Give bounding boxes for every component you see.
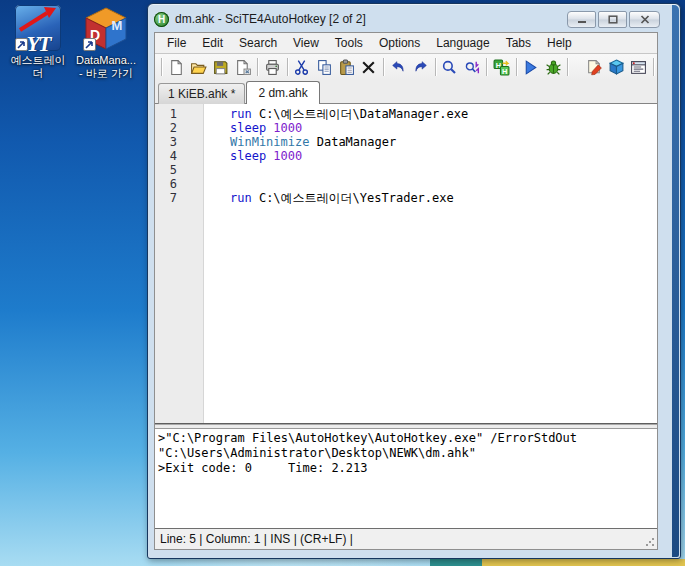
code-editor[interactable]: 1234567 run C:\예스트레이더\DataManager.exesle…	[155, 104, 657, 423]
toolbar-separator	[653, 58, 654, 76]
app-icon: H	[154, 12, 169, 27]
code-line[interactable]	[230, 177, 657, 191]
desktop-icon-yestrader[interactable]: YT 예스트레이 더	[4, 5, 72, 80]
maximize-icon	[608, 15, 618, 24]
undo-icon[interactable]	[387, 56, 409, 78]
debug-script-icon[interactable]	[542, 56, 564, 78]
code-line[interactable]: run C:\예스트레이더\DataManager.exe	[230, 107, 657, 121]
tab-bar: 1 KiEB.ahk *2 dm.ahk	[155, 80, 657, 104]
line-number: 6	[155, 177, 203, 191]
open-file-icon[interactable]	[187, 56, 209, 78]
output-line: >Exit code: 0 Time: 2.213	[158, 461, 657, 476]
up-arrow-icon	[16, 6, 60, 32]
form-editor-icon[interactable]	[628, 56, 650, 78]
minimize-icon	[577, 15, 587, 24]
toolbar-separator	[257, 58, 258, 76]
menu-options[interactable]: Options	[371, 33, 428, 53]
new-file-icon[interactable]	[165, 56, 187, 78]
code-line[interactable]: sleep 1000	[230, 121, 657, 135]
line-number: 4	[155, 149, 203, 163]
menu-file[interactable]: File	[159, 33, 194, 53]
menu-search[interactable]: Search	[231, 33, 285, 53]
menu-tabs[interactable]: Tabs	[498, 33, 539, 53]
status-bar: Line: 5 | Column: 1 | INS | (CR+LF) |	[155, 528, 657, 549]
shortcut-arrow-badge	[83, 38, 96, 51]
save-file-icon[interactable]	[210, 56, 232, 78]
minimize-button[interactable]	[567, 11, 596, 28]
shortcut-arrow-badge	[15, 38, 28, 51]
svg-text:H: H	[502, 66, 507, 75]
context-help-icon[interactable]	[583, 56, 605, 78]
toolbar-separator	[486, 58, 487, 76]
toolbar-separator	[567, 58, 568, 76]
title-bar[interactable]: H dm.ahk - SciTE4AutoHotkey [2 of 2]	[154, 6, 664, 32]
close-button[interactable]	[629, 11, 660, 28]
ahk-convert-icon[interactable]: HH	[490, 56, 512, 78]
datamanager-label-line1: DataMana...	[72, 54, 140, 67]
redo-icon[interactable]	[409, 56, 431, 78]
menu-help[interactable]: Help	[539, 33, 580, 53]
copy-icon[interactable]	[313, 56, 335, 78]
package-build-icon[interactable]	[605, 56, 627, 78]
tab-2-dm-ahk[interactable]: 2 dm.ahk	[246, 81, 319, 104]
close-file-icon[interactable]	[232, 56, 254, 78]
print-icon[interactable]	[261, 56, 283, 78]
scite-window: H dm.ahk - SciTE4AutoHotkey [2 of 2] Fil…	[147, 3, 681, 559]
line-number: 1	[155, 107, 203, 121]
close-icon	[640, 15, 650, 24]
menu-bar: FileEditSearchViewToolsOptionsLanguageTa…	[155, 33, 657, 54]
resize-grip[interactable]	[645, 537, 655, 547]
desktop-icon-datamanager[interactable]: D M DataMana... - 바로 가기	[72, 5, 140, 80]
datamanager-label-line2: - 바로 가기	[72, 67, 140, 80]
menu-language[interactable]: Language	[428, 33, 497, 53]
paste-icon[interactable]	[335, 56, 357, 78]
status-text: Line: 5 | Column: 1 | INS | (CR+LF) |	[160, 532, 353, 546]
code-line[interactable]: WinMinimize DataManager	[230, 135, 657, 149]
line-number: 5	[155, 163, 203, 177]
line-number: 3	[155, 135, 203, 149]
yestrader-icon: YT	[15, 5, 61, 51]
datamanager-side-letter: M	[112, 18, 123, 33]
bottom-edge-item-yellow	[482, 559, 685, 566]
toolbar-separator	[516, 58, 517, 76]
menu-edit[interactable]: Edit	[194, 33, 231, 53]
toolbar-separator	[435, 58, 436, 76]
cut-icon[interactable]	[291, 56, 313, 78]
code-area[interactable]: run C:\예스트레이더\DataManager.exesleep 1000W…	[216, 104, 657, 423]
output-line: >"C:\Program Files\AutoHotkey\AutoHotkey…	[158, 431, 657, 446]
output-line: "C:\Users\Administrator\Desktop\NEWK\dm.…	[158, 446, 657, 461]
yestrader-label-line2: 더	[4, 67, 72, 80]
code-line[interactable]: sleep 1000	[230, 149, 657, 163]
find-icon[interactable]	[439, 56, 461, 78]
bottom-edge-item-teal	[430, 559, 482, 566]
replace-icon[interactable]	[461, 56, 483, 78]
code-line[interactable]: run C:\예스트레이더\YesTrader.exe	[230, 191, 657, 205]
line-number: 2	[155, 121, 203, 135]
datamanager-icon: D M	[83, 5, 129, 51]
menu-tools[interactable]: Tools	[327, 33, 371, 53]
toolbar-separator	[161, 58, 162, 76]
line-number: 7	[155, 191, 203, 205]
fold-margin[interactable]	[204, 104, 216, 423]
toolbar: HH	[155, 54, 657, 80]
delete-icon[interactable]	[358, 56, 380, 78]
window-controls	[567, 11, 660, 28]
maximize-button[interactable]	[598, 11, 627, 28]
menu-view[interactable]: View	[285, 33, 327, 53]
window-content: FileEditSearchViewToolsOptionsLanguageTa…	[154, 32, 658, 550]
toolbar-separator	[383, 58, 384, 76]
output-pane[interactable]: >"C:\Program Files\AutoHotkey\AutoHotkey…	[155, 428, 657, 528]
toolbar-separator	[287, 58, 288, 76]
line-number-margin[interactable]: 1234567	[155, 104, 204, 423]
window-title: dm.ahk - SciTE4AutoHotkey [2 of 2]	[175, 12, 366, 26]
desktop: YT 예스트레이 더 D M DataMana... - 바로 가	[0, 0, 685, 566]
run-script-icon[interactable]	[520, 56, 542, 78]
yestrader-monogram: YT	[27, 37, 50, 50]
code-line[interactable]	[230, 163, 657, 177]
tab-1-kieb-ahk[interactable]: 1 KiEB.ahk *	[158, 83, 245, 104]
